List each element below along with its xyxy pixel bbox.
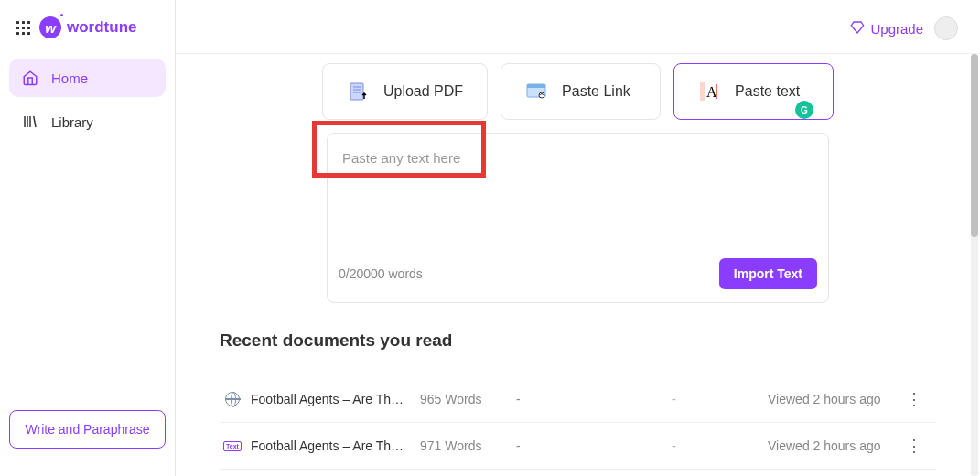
doc-cell: - [672,392,768,406]
more-icon[interactable]: ⋮ [905,436,923,456]
svg-rect-7 [700,82,705,101]
svg-rect-0 [350,83,363,100]
tab-label: Paste text [735,83,800,100]
sidebar-item-label: Home [51,70,88,86]
grammarly-icon[interactable]: G [795,101,813,119]
doc-source: - [516,392,672,406]
paste-link-icon [525,81,547,103]
paste-text-icon: A [698,81,720,103]
library-icon [22,114,38,130]
scrollbar[interactable] [971,54,978,476]
doc-source: - [516,438,672,453]
recent-docs-title: Recent documents you read [220,330,936,351]
text-doc-icon: Text [223,437,242,455]
table-row[interactable]: Football Agents – Are Th… 965 Words - - … [220,367,936,423]
apps-grid-icon[interactable] [16,21,30,35]
more-icon[interactable]: ⋮ [905,389,923,409]
tab-paste-link[interactable]: Paste Link [501,63,661,120]
import-text-button[interactable]: Import Text [719,258,817,289]
svg-rect-5 [527,84,545,88]
tab-upload-pdf[interactable]: Upload PDF [322,63,488,120]
table-row[interactable]: W Example Document: Info… 5586 Words en.… [220,470,936,476]
table-row[interactable]: Text Football Agents – Are Th… 971 Words… [220,423,936,470]
avatar[interactable] [934,16,958,40]
write-paraphrase-button[interactable]: Write and Paraphrase [9,410,166,449]
doc-cell: - [672,438,768,453]
home-icon [22,70,38,86]
doc-words: 965 Words [420,392,516,406]
doc-viewed: Viewed 2 hours ago [768,392,905,406]
paste-text-area: G 0/20000 words Import Text [327,133,829,303]
brand-logo[interactable]: w wordtune [39,16,137,38]
doc-title: Football Agents – Are Th… [251,392,420,406]
paste-input[interactable] [328,134,828,249]
tab-label: Paste Link [562,83,630,100]
diamond-icon [850,20,865,38]
doc-words: 971 Words [420,438,516,453]
word-count: 0/20000 words [339,266,423,281]
svg-point-6 [539,92,544,98]
sidebar-item-home[interactable]: Home [9,59,166,97]
doc-viewed: Viewed 2 hours ago [768,438,905,453]
sidebar-item-label: Library [51,114,93,130]
tab-label: Upload PDF [383,83,463,100]
sidebar-item-library[interactable]: Library [9,103,166,141]
upgrade-label: Upgrade [870,21,923,37]
doc-title: Football Agents – Are Th… [251,438,420,453]
upload-pdf-icon [347,81,369,103]
brand-name: wordtune [67,18,137,37]
upgrade-link[interactable]: Upgrade [850,20,923,38]
globe-icon [223,390,242,408]
